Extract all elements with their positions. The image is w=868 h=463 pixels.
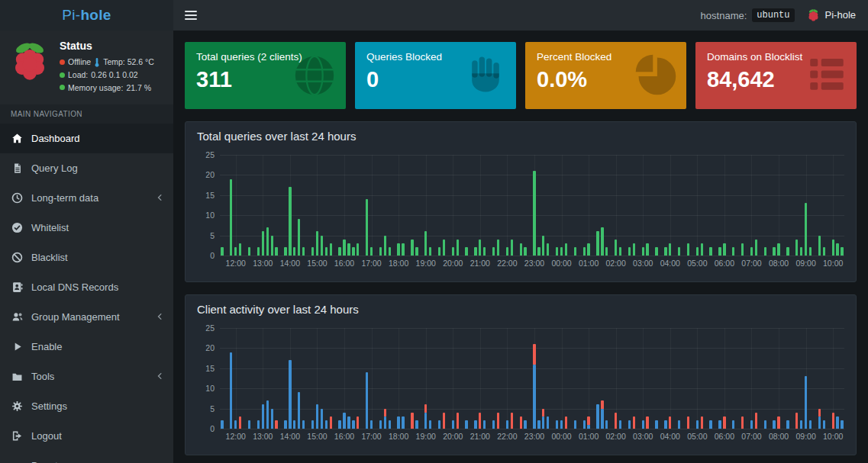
chevron-left-icon xyxy=(155,371,164,381)
queries-bar xyxy=(321,236,323,256)
clock-icon xyxy=(11,192,24,204)
sidebar-item-dashboard[interactable]: Dashboard xyxy=(0,124,173,153)
play-icon xyxy=(11,341,24,352)
client-1-bar xyxy=(664,420,666,429)
queries-bar xyxy=(583,247,586,256)
queries-bar xyxy=(357,243,359,256)
queries-bar xyxy=(818,236,821,256)
axis-corner xyxy=(197,429,220,445)
queries-bar xyxy=(248,247,250,256)
gridline xyxy=(372,328,373,429)
sidebar-toggle-button[interactable] xyxy=(173,0,208,31)
status-row-value: 0.26 0.1 0.02 xyxy=(91,69,137,82)
y-axis: 0510152025 xyxy=(197,155,220,256)
queries-bar xyxy=(424,231,427,256)
queries-bar xyxy=(524,247,526,256)
gridline xyxy=(724,155,725,256)
queries-bar xyxy=(384,236,386,256)
x-axis: 12:0013:0014:0015:0016:0017:0018:0019:00… xyxy=(220,259,844,272)
queries-bar xyxy=(257,247,260,256)
sidebar-item-group-management[interactable]: Group Management xyxy=(0,302,173,332)
gridline xyxy=(507,155,508,256)
chart-plot-area[interactable] xyxy=(220,155,844,256)
x-tick-label: 05:00 xyxy=(687,259,707,268)
y-tick-label: 5 xyxy=(210,404,215,413)
sidebar-item-settings[interactable]: Settings xyxy=(0,391,173,421)
client-1-bar xyxy=(823,420,825,429)
queries-bar xyxy=(330,243,332,256)
queries-bar xyxy=(750,247,753,256)
client-1-bar xyxy=(325,420,328,429)
queries-bar xyxy=(533,171,535,256)
queries-bar xyxy=(402,243,404,256)
stat-card-domains-on-blocklist[interactable]: Domains on Blocklist84,642 xyxy=(695,42,857,109)
queries-bar xyxy=(465,247,467,256)
status-dot-icon xyxy=(60,72,65,78)
panel-total-queries: Total queries over last 24 hours 0510152… xyxy=(185,121,857,282)
stat-card-queries-blocked[interactable]: Queries Blocked0 xyxy=(355,42,516,109)
queries-bar xyxy=(325,247,328,256)
chart-plot-area[interactable] xyxy=(220,328,844,429)
gridline xyxy=(589,155,589,256)
client-1-bar xyxy=(384,416,386,429)
sidebar-item-whitelist[interactable]: Whitelist xyxy=(0,213,173,243)
gridline xyxy=(670,155,671,256)
stat-card-total-queries-2-clients[interactable]: Total queries (2 clients)311 xyxy=(185,42,346,109)
queries-bar xyxy=(389,247,391,256)
queries-bar xyxy=(366,199,368,256)
client-1-bar xyxy=(397,416,399,429)
y-tick-label: 25 xyxy=(205,150,215,159)
queries-bar xyxy=(492,247,495,256)
client-2-bar xyxy=(443,413,445,429)
client-2-bar xyxy=(542,409,544,417)
client-1-bar xyxy=(696,420,699,429)
sidebar-item-tools[interactable]: Tools xyxy=(0,362,173,391)
queries-bar xyxy=(511,240,513,256)
sidebar-item-blacklist[interactable]: Blacklist xyxy=(0,243,173,272)
client-1-bar xyxy=(556,420,558,429)
panel-client-activity: Client activity over last 24 hours 05101… xyxy=(185,294,857,455)
status-row-value: 21.7 % xyxy=(126,82,151,95)
header-brand[interactable]: Pi-hole xyxy=(807,8,856,22)
file-icon xyxy=(11,162,24,174)
queries-bar xyxy=(547,243,549,256)
sidebar-item-local-dns-records[interactable]: Local DNS Records xyxy=(0,272,173,302)
total-queries-chart[interactable]: 051015202512:0013:0014:0015:0016:0017:00… xyxy=(197,155,844,272)
client-2-bar xyxy=(533,344,535,364)
queries-bar xyxy=(429,247,431,256)
nav-section-label: MAIN NAVIGATION xyxy=(0,104,173,124)
queries-bar xyxy=(457,240,459,256)
client-1-bar xyxy=(605,420,608,429)
client-2-bar xyxy=(457,413,459,429)
client-1-bar xyxy=(302,420,305,429)
app-logo[interactable]: Pi-hole xyxy=(0,0,173,31)
sidebar-item-donate[interactable]: Donate xyxy=(0,451,173,463)
sidebar-item-logout[interactable]: Logout xyxy=(0,421,173,451)
client-1-bar xyxy=(533,365,535,429)
queries-bar xyxy=(347,243,350,256)
client-1-bar xyxy=(230,352,232,429)
queries-bar xyxy=(574,247,576,256)
temperature-icon xyxy=(94,57,100,67)
x-tick-label: 10:00 xyxy=(823,259,843,268)
sidebar-item-enable[interactable]: Enable xyxy=(0,332,173,362)
queries-bar xyxy=(537,247,540,256)
queries-bar xyxy=(479,240,481,256)
gridline xyxy=(751,155,752,256)
queries-bar xyxy=(370,247,373,256)
client-1-bar xyxy=(262,404,264,429)
sidebar-item-query-log[interactable]: Query Log xyxy=(0,153,173,183)
stat-card-percent-blocked[interactable]: Percent Blocked0.0% xyxy=(525,42,686,109)
header-brand-label: Pi-hole xyxy=(825,9,856,21)
sidebar-item-label: Group Management xyxy=(31,311,120,323)
gridline xyxy=(779,328,779,429)
y-tick-label: 10 xyxy=(205,211,215,220)
client-2-bar xyxy=(687,416,689,429)
client-1-bar xyxy=(352,420,354,429)
queries-bar xyxy=(664,247,666,256)
client-2-bar xyxy=(511,413,513,429)
client-1-bar xyxy=(800,420,802,429)
client-activity-chart[interactable]: 051015202512:0013:0014:0015:0016:0017:00… xyxy=(197,328,844,445)
gridline xyxy=(453,328,453,429)
sidebar-item-long-term-data[interactable]: Long-term data xyxy=(0,183,173,213)
